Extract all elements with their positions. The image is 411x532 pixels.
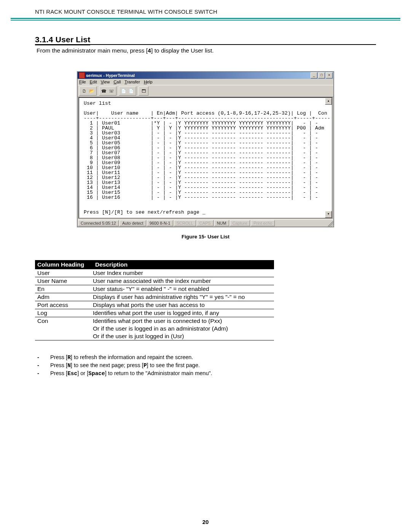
table-cell-description: Displays what ports the user has access … — [91, 301, 274, 309]
table-cell-description: User name associated with the index numb… — [91, 277, 274, 285]
minimize-button[interactable]: _ — [311, 72, 317, 78]
page-number: 20 — [0, 519, 411, 525]
header-rule — [11, 18, 400, 21]
column-description-table: Column Heading Description UserUser Inde… — [35, 260, 274, 340]
table-cell-heading — [35, 325, 91, 332]
status-bar: Connected 5:05:12 Auto detect 9600 8-N-1… — [78, 219, 333, 227]
note-line: -Press [N] to see the next page; press [… — [35, 362, 376, 369]
section-name: User List — [56, 35, 91, 44]
open-icon[interactable]: 📂 — [88, 87, 96, 95]
status-capture: Capture — [230, 220, 250, 226]
window-titlebar[interactable]: serimux - HyperTerminal _ □ × — [78, 72, 333, 79]
properties-icon[interactable]: 🗔 — [140, 87, 147, 95]
menu-call[interactable]: Call — [113, 80, 121, 84]
terminal-area[interactable]: User list User| User name | En|Adm| Port… — [79, 98, 332, 218]
doc-header: NTI RACK MOUNT CONSOLE TERMINAL WITH CON… — [0, 0, 411, 18]
note-text: Press [N] to see the next page; press [P… — [50, 362, 200, 369]
table-cell-description: Displays if user has administrative righ… — [91, 293, 274, 301]
section-number: 3.1.4 — [35, 35, 53, 44]
menu-view[interactable]: View — [101, 80, 110, 84]
intro-text: From the administrator main menu, press … — [37, 47, 376, 54]
status-baud: 9600 8-N-1 — [147, 220, 173, 226]
note-bullet: - — [35, 354, 50, 361]
menu-transfer[interactable]: Transfer — [124, 80, 140, 84]
new-file-icon[interactable]: 🗋 — [80, 87, 88, 95]
status-autodetect: Auto detect — [119, 220, 146, 226]
menu-edit[interactable]: Edit — [90, 80, 97, 84]
table-cell-description: Identifies what port the user is connect… — [91, 317, 274, 325]
toolbar: 🗋📂 ☎☏ 📄📄 🗔 — [78, 85, 333, 97]
note-line: -Press [R] to refresh the information an… — [35, 354, 376, 361]
table-header-col: Column Heading — [35, 260, 91, 269]
table-cell-description: Or if the user is logged in as an admini… — [91, 325, 274, 332]
table-cell-description: User Index number — [91, 269, 274, 277]
table-cell-heading — [35, 332, 91, 340]
table-cell-description: User status- "Y" = enabled " -" = not en… — [91, 285, 274, 293]
window-title: serimux - HyperTerminal — [86, 73, 135, 78]
table-cell-heading: User — [35, 269, 91, 277]
table-cell-heading: Con — [35, 317, 91, 325]
call-icon[interactable]: ☎ — [100, 87, 108, 95]
app-icon — [79, 72, 85, 78]
resize-grip-icon[interactable] — [328, 221, 333, 227]
status-echo: Print echo — [251, 220, 275, 226]
table-cell-heading: En — [35, 285, 91, 293]
table-cell-description: Or if the user is just logged in (Usr) — [91, 332, 274, 340]
keyboard-notes: -Press [R] to refresh the information an… — [35, 354, 376, 377]
status-caps: CAPS — [197, 220, 213, 226]
status-connected: Connected 5:05:12 — [78, 220, 119, 226]
intro-suffix: ] to display the User list. — [151, 47, 214, 54]
table-cell-heading: User Name — [35, 277, 91, 285]
section-title: 3.1.4 User List — [35, 35, 90, 45]
status-scroll: SCROLL — [174, 220, 196, 226]
table-cell-description: Identifies what port the user is logged … — [91, 309, 274, 317]
note-line: -Press [Esc] or [Space] to return to the… — [35, 370, 376, 377]
note-text: Press [R] to refresh the information and… — [50, 354, 193, 361]
maximize-button[interactable]: □ — [318, 72, 325, 78]
note-bullet: - — [35, 362, 50, 369]
menu-bar: FileEditViewCallTransferHelp — [78, 79, 333, 85]
table-header-desc: Description — [91, 260, 274, 269]
scrollbar-up-icon[interactable]: ▴ — [325, 98, 332, 105]
menu-help[interactable]: Help — [144, 80, 153, 84]
note-bullet: - — [35, 370, 50, 377]
receive-icon[interactable]: 📄 — [127, 87, 135, 95]
figure-caption: Figure 15- User List — [35, 234, 376, 240]
status-num: NUM — [214, 220, 229, 226]
send-icon[interactable]: 📄 — [120, 87, 127, 95]
terminal-frame: ▴ User list User| User name | En|Adm| Po… — [78, 97, 333, 219]
table-cell-heading: Port access — [35, 301, 91, 309]
hangup-icon[interactable]: ☏ — [108, 87, 115, 95]
close-button[interactable]: × — [326, 72, 333, 78]
table-cell-heading: Log — [35, 309, 91, 317]
menu-file[interactable]: File — [79, 80, 86, 84]
hyperterminal-window: serimux - HyperTerminal _ □ × FileEditVi… — [77, 72, 334, 227]
note-text: Press [Esc] or [Space] to return to the … — [50, 370, 212, 377]
scrollbar-down-icon[interactable]: ▾ — [325, 211, 332, 218]
table-cell-heading: Adm — [35, 293, 91, 301]
intro-prefix: From the administrator main menu, press … — [37, 47, 148, 54]
intro-key: 4 — [148, 48, 151, 54]
